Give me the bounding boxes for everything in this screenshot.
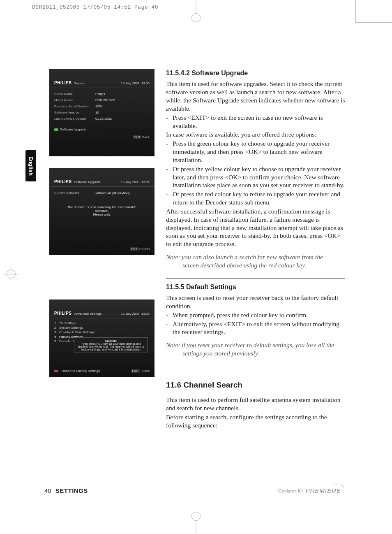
bullet-dash: - [166,320,173,337]
bullet-dash: - [166,311,173,319]
body-text: Or press the red colour key to refuse to… [173,190,345,207]
time-label: 13:05 [141,81,150,85]
breadcrumb: Software Upgrade [74,180,100,184]
menu-index: 3 [54,330,59,334]
note-text: Note: you can also launch a search for n… [166,253,345,269]
crop-mark-icon [355,0,356,23]
crop-mark-icon [191,512,201,521]
screenshot-software-upgrade: PHILIPSSoftware Upgrade 13 July 2003 13:… [49,168,154,255]
time-label: 13:05 [141,180,150,184]
breadcrumb: System [74,81,85,85]
return-label: Return to Factory Settings [62,369,100,373]
brand-label: PHILIPS [54,179,71,184]
tooltip-title: Caution: [77,339,145,342]
heading-channel-search: 11.6 Channel Search [166,380,345,390]
date-label: 13 July 2003 [121,312,139,316]
exit-button: EXIT [131,369,140,373]
body-text: Press the green colour key to choose to … [173,139,345,164]
heading-software-upgrade: 11.5.4.2 Software Upgrade [166,69,345,77]
date-label: 13 July 2003 [121,81,139,85]
field-value: Philips [95,92,105,96]
exit-button: EXIT [130,247,139,251]
body-text: Alternatively, press <EXIT> to exit the … [173,320,345,337]
crop-mark-icon [196,0,196,13]
note-text: Note: if you reset your receiver to defa… [166,341,345,358]
field-label: Model Name [54,98,95,102]
menu-index: 5 [54,339,59,343]
body-text: This item is used for software upgrades.… [166,80,345,112]
field-value: DSR 2010/02 [95,98,115,102]
screenshot-system: PHILIPSSystem 13 July 2003 13:05 Brand N… [49,69,154,156]
status-message: The receiver is now searching for new av… [63,205,141,213]
field-value: 1234 [95,104,103,108]
divider [166,279,345,279]
body-text: This screen is used to reset your receiv… [166,294,345,310]
page-footer-right: Geeignet für PREMIERE [278,487,344,494]
bullet-dash: - [166,165,173,189]
breadcrumb: Advanced Settings [74,312,101,316]
language-tab: English [25,150,36,181]
divider [166,370,345,370]
caution-tooltip: Caution: If you press RED key, all your … [74,337,148,353]
menu-item: System Settings [59,326,83,330]
menu-index: 4 [54,335,59,339]
page-footer-left: 40 SETTINGS [44,487,88,494]
body-text: This item is used to perform full satell… [166,396,345,412]
field-value: 01.06.2003 [95,117,112,121]
crop-mark-icon [191,516,201,516]
menu-index: 1 [54,321,59,325]
heading-default-settings: 11.5.5 Default Settings [166,283,345,291]
crop-mark-icon [191,18,201,18]
exit-button: EXIT [133,135,142,139]
field-value: Version 10 (01.06.2003) [95,191,130,195]
back-label: Back [142,369,150,373]
date-label: 13 July 2003 [121,180,139,184]
tooltip-body: If you press RED key, all your user sett… [77,342,145,351]
bullet-dash: - [166,114,173,130]
body-text: When prompted, press the red colour key … [173,311,345,319]
field-label: Software Version [54,111,95,114]
body-text: After successful software installation, … [166,207,345,248]
field-label: Premiere Serial Number [54,104,95,108]
menu-index: 2 [54,326,59,330]
crop-mark-icon [355,22,392,23]
crop-mark-icon [196,521,196,534]
field-label: Current Software [54,191,95,195]
print-header: DSR2011_052005 17/05/05 14:52 Page 40 [32,4,158,10]
menu-item: Country & Time Settings [59,330,95,334]
section-title: SETTINGS [55,487,88,494]
body-text: Before starting a search, configure the … [166,413,345,430]
body-text: In case software is available, you are o… [166,130,345,139]
premiere-logo: PREMIERE [306,487,344,494]
field-label: Last Software Update [54,117,95,121]
screenshot-advanced-settings: PHILIPSAdvanced Settings 13 July 2003 13… [49,300,154,377]
brand-label: PHILIPS [54,81,71,85]
red-key-icon [54,370,58,372]
bullet-dash: - [166,190,173,207]
brand-label: PHILIPS [54,311,71,316]
menu-item: TV Settings [59,321,76,325]
status-message: Please wait. [63,213,141,216]
body-text: Press <EXIT> to exit the screen in case … [173,114,345,130]
body-text: Or press the yellow colour key to choose… [173,165,345,189]
cancel-label: Cancel [139,247,150,251]
back-label: Back [142,135,150,139]
crop-mark-icon [2,274,19,274]
page-number: 40 [44,487,51,494]
green-key-icon [54,128,58,131]
field-value: 10 [95,111,99,114]
bullet-dash: - [166,139,173,164]
suitable-for-label: Geeignet für [278,488,303,493]
field-label: Brand Name [54,92,95,96]
software-upgrade-item: Software Upgrade [60,128,86,131]
time-label: 13:05 [141,312,150,316]
